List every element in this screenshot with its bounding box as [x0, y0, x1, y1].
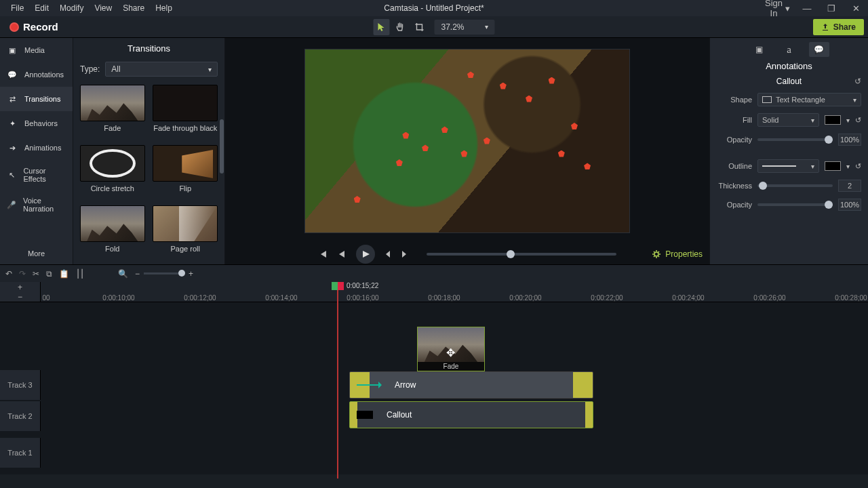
sidebar-more[interactable]: More	[0, 243, 73, 264]
zoom-in-button[interactable]: +	[189, 269, 193, 279]
menu-share[interactable]: Share	[117, 3, 150, 13]
playhead-flag[interactable]	[332, 282, 344, 290]
fill-reset-icon[interactable]: ↺	[855, 116, 861, 125]
sidebar-label: Transitions	[24, 95, 60, 103]
redo-button[interactable]: ↷	[19, 269, 26, 279]
track-header-1[interactable]: Track 1	[0, 438, 41, 468]
sidebar-item-behaviors[interactable]: ✦Behaviors	[0, 111, 73, 136]
prev-frame-button[interactable]	[384, 250, 391, 258]
paste-button[interactable]: 📋	[59, 269, 69, 279]
remove-track-button[interactable]: −	[18, 292, 22, 302]
track-add-controls: + −	[0, 282, 41, 302]
copy-button[interactable]: ⧉	[46, 269, 52, 279]
track-header-3[interactable]: Track 3	[0, 370, 41, 400]
menu-modify[interactable]: Modify	[54, 3, 89, 13]
properties-toggle[interactable]: Properties	[652, 249, 703, 259]
transitions-type-select[interactable]: All ▾	[105, 62, 218, 77]
timeline-zoom-slider[interactable]	[144, 272, 184, 274]
prop-tab-text[interactable]: a	[779, 42, 800, 57]
close-button[interactable]: ✕	[844, 3, 868, 14]
prop-tab-visual[interactable]: ▣	[749, 42, 770, 57]
transitions-scrollbar[interactable]	[220, 119, 224, 174]
chevron-down-icon[interactable]: ▾	[846, 117, 850, 124]
canvas-zoom-select[interactable]: 37.2% ▾	[434, 20, 494, 35]
playhead[interactable]: 0:00:15;22	[337, 282, 338, 479]
menu-edit[interactable]: Edit	[29, 3, 54, 13]
fill-value: Solid	[762, 116, 778, 124]
play-button[interactable]	[356, 245, 375, 264]
prop-tab-annotations[interactable]: 💬	[809, 42, 829, 57]
transition-page-roll[interactable]: Page roll	[152, 205, 220, 262]
window-title: Camtasia - Untitled Project*	[384, 3, 484, 13]
share-button[interactable]: Share	[813, 19, 864, 35]
thickness-value[interactable]: 2	[838, 180, 861, 192]
sidebar-label: Animations	[24, 144, 61, 152]
split-button[interactable]: ⎮⎮	[76, 269, 84, 279]
ruler-tick: 0:00:28;00	[835, 294, 867, 302]
minimize-button[interactable]: —	[795, 3, 819, 14]
outline-style-select[interactable]: ▾	[757, 159, 819, 173]
add-track-button[interactable]: +	[18, 283, 22, 292]
clip-callout[interactable]: Callout	[349, 401, 593, 428]
record-button[interactable]: Record	[0, 16, 68, 37]
props-reset-button[interactable]: ↺	[854, 77, 861, 86]
next-frame-button[interactable]	[401, 250, 408, 258]
cut-button[interactable]: ✂	[33, 269, 39, 279]
canvas-preview[interactable]	[304, 49, 630, 233]
thickness-slider[interactable]	[757, 184, 833, 187]
fill-type-select[interactable]: Solid▾	[757, 113, 819, 127]
canvas-pan-tool[interactable]	[392, 19, 408, 35]
outline-color-swatch[interactable]	[825, 161, 841, 171]
transition-label: Fade through black	[153, 124, 217, 132]
playback-scrubber[interactable]	[427, 253, 616, 256]
zoom-out-button[interactable]: −	[135, 269, 140, 279]
canvas-select-tool[interactable]	[373, 19, 389, 35]
chevron-down-icon[interactable]: ▾	[846, 163, 850, 170]
zoom-fit-button[interactable]: 🔍	[118, 269, 128, 279]
chevron-down-icon: ▾	[853, 96, 856, 104]
sidebar-item-animations[interactable]: ➔Animations	[0, 136, 73, 160]
transitions-type-value: All	[111, 64, 120, 74]
shape-select[interactable]: Text Rectangle ▾	[757, 93, 861, 106]
fill-color-swatch[interactable]	[825, 115, 841, 125]
menu-view[interactable]: View	[89, 3, 117, 13]
transition-drag-preview[interactable]: Fade ✥	[417, 327, 485, 371]
transition-circle-stretch[interactable]: Circle stretch	[79, 145, 146, 201]
sidebar-item-media[interactable]: ▣Media	[0, 38, 73, 62]
undo-button[interactable]: ↶	[5, 269, 12, 279]
sidebar-item-cursoreffects[interactable]: ↖Cursor Effects	[0, 160, 73, 190]
sidebar-label: Voice Narration	[23, 197, 66, 213]
menu-file[interactable]: File	[5, 3, 29, 13]
transition-fade[interactable]: Fade	[79, 85, 146, 141]
sidebar-item-voicenarration[interactable]: 🎤Voice Narration	[0, 190, 73, 220]
move-cursor-icon: ✥	[446, 346, 455, 359]
transition-thumb	[80, 145, 145, 182]
maximize-button[interactable]: ❐	[819, 3, 844, 14]
fill-opacity-value[interactable]: 100%	[838, 134, 861, 146]
transition-label: Flip	[179, 184, 191, 192]
canvas-crop-tool[interactable]	[411, 19, 427, 35]
timeline-tracks: Track 3 Track 2 Track 1 Arrow Callout Fa…	[0, 302, 868, 474]
transition-fold[interactable]: Fold	[79, 205, 146, 262]
menu-help[interactable]: Help	[150, 3, 178, 13]
transition-flip[interactable]: Flip	[152, 145, 220, 201]
ruler-tick: 0:00:12;00	[184, 294, 216, 302]
voice-icon: 🎤	[7, 199, 16, 210]
sign-in-button[interactable]: Sign In▾	[765, 0, 789, 18]
clip-arrow[interactable]: Arrow	[349, 371, 593, 399]
sidebar-item-annotations[interactable]: 💬Annotations	[0, 62, 73, 87]
animations-icon: ➔	[7, 142, 18, 153]
outline-opacity-slider[interactable]	[757, 203, 833, 206]
track-header-2[interactable]: Track 2	[0, 401, 41, 431]
record-icon	[9, 22, 19, 32]
fill-opacity-slider[interactable]	[757, 138, 833, 141]
prev-clip-button[interactable]	[318, 249, 328, 259]
shape-label: Shape	[717, 96, 752, 104]
chevron-down-icon: ▾	[811, 163, 814, 170]
outline-opacity-value[interactable]: 100%	[838, 199, 861, 211]
timeline-ruler[interactable]: + − 00 0:00:10;000:00:12;000:00:14;000:0…	[0, 282, 868, 302]
outline-reset-icon[interactable]: ↺	[855, 162, 861, 171]
step-back-button[interactable]	[337, 249, 347, 259]
sidebar-item-transitions[interactable]: ⇄Transitions	[0, 87, 73, 111]
transition-fade-through-black[interactable]: Fade through black	[152, 85, 220, 141]
